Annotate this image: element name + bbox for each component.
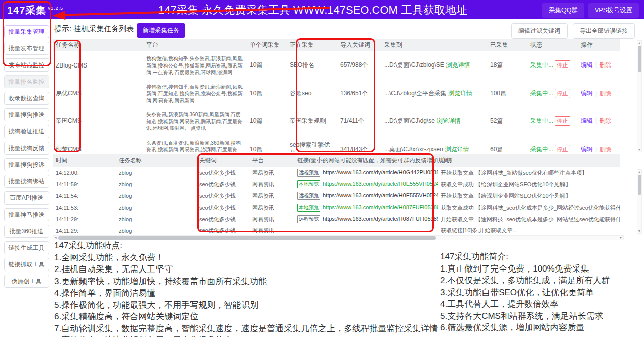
list-title: 147采集功能特点: [54, 240, 442, 252]
article-url-link[interactable]: https://www.163.com/dy/article/H0E555VH0… [323, 192, 438, 198]
log-platform: 网易资讯 [249, 190, 294, 201]
sidebar-item[interactable]: 批量搜狗反馈 [4, 142, 49, 155]
list-item: 4.工具代替人工，提升数倍效率 [440, 298, 641, 310]
sidebar-item[interactable]: 批量搜狗投诉 [4, 158, 49, 171]
log-task-name: zblog [116, 190, 196, 201]
save-path: ...D:\桌面\CJ\zblog\SE浏览详情 [381, 51, 487, 79]
imported-keywords-count: 136/651个 [337, 79, 381, 107]
task-platforms: 头条资讯,百度资讯,新浪新闻,360新闻,搜狗资讯,搜狐新闻,网易资讯,澎湃网,… [143, 135, 247, 153]
log-detail: 获取文章成功 【途网科技_seo优化成本是多少_网站经过seo优化能获得什么_】 [438, 201, 620, 213]
sidebar-item[interactable]: 搜狗验证推送 [4, 125, 49, 138]
list-item: 5.支持各大CMS和站群系统，满足站长需求 [440, 310, 641, 322]
log-time: 14:11:29: [53, 225, 116, 234]
ops-cell: 编辑|删除 [578, 79, 620, 107]
new-task-button[interactable]: 新增采集任务 [137, 23, 185, 38]
log-platform: 网易资讯 [249, 167, 294, 178]
task-row: ZBlog-CMS搜狗微信,搜狗知乎,头条资讯,新浪新闻,凤凰新闻,搜狗公众号,… [53, 51, 620, 79]
log-keyword: seo优化多少钱 [196, 190, 249, 201]
log-platform: 网易资讯 [249, 178, 294, 190]
column-header: 状态 [527, 39, 578, 51]
task-platforms: 搜狗微信,搜狗知乎,百度资讯,新浪新闻,凤凰新闻,百度知道,搜狗资讯,搜狗公众号… [143, 79, 247, 107]
article-url-link[interactable]: https://www.163.com/dy/article/H0E555VH0… [323, 181, 438, 187]
list-item: 4.操作简单，界面简洁易懂 [54, 287, 442, 299]
log-table: 时间任务名称关键词平台链接(量小的网站可能没有匹配，如需要可群内反馈增加规则)详… [53, 154, 620, 234]
collecting-keyword: 帝国采集规则 [287, 107, 337, 135]
log-row: 14:11:54:zblogseo优化多少钱网易资讯远程预览https://ww… [53, 190, 620, 201]
list-item: 8.高效稳定，快速分解任务量，最大化提升效率。 [54, 334, 442, 337]
collecting-keyword: seo搜索引擎优化 [287, 135, 337, 153]
log-keyword: seo优化多少钱 [196, 201, 249, 213]
log-row: 14:11:59:zblogseo优化多少钱网易资讯本地预览https://ww… [53, 178, 620, 190]
stop-button[interactable]: 停止 [555, 89, 570, 98]
qq-group-button[interactable]: 采集QQ群 [542, 3, 584, 18]
list-item: 1.全网采集功能，永久免费！ [54, 252, 442, 264]
preview-badge[interactable]: 远程预览 [297, 169, 320, 177]
edit-link[interactable]: 编辑 [581, 90, 593, 97]
column-header: 采集到 [381, 39, 487, 51]
column-header: 正在采集 [287, 39, 337, 51]
sidebar-item[interactable]: 批量神马推送 [4, 208, 49, 221]
logo-text: 147采集 [7, 5, 46, 16]
edit-link[interactable]: 编辑 [581, 117, 593, 124]
vps-dial-settings-button[interactable]: VPS拨号设置 [588, 3, 639, 18]
delete-link[interactable]: 删除 [599, 61, 611, 69]
sidebar-item[interactable]: 批量采集管理 [4, 25, 49, 38]
task-name: 易优CMS [53, 79, 143, 107]
edit-filter-keywords-button[interactable]: 编辑过滤关键词 [511, 23, 568, 39]
sidebar-item[interactable]: 百度API推送 [4, 191, 49, 205]
ops-divider: | [595, 90, 597, 97]
log-task-name: zblog [116, 178, 196, 190]
preview-badge[interactable]: 本地预览 [297, 204, 320, 212]
browse-details-link[interactable]: 浏览详情 [437, 117, 461, 124]
delete-link[interactable]: 删除 [599, 117, 611, 124]
sidebar-item[interactable]: 链接生成工具 [4, 241, 49, 254]
collecting-keyword: SEO排名 [287, 51, 337, 79]
task-row: 帝国CMS头条资讯,新浪新闻,360新闻,凤凰新闻,百度知道,搜狐新闻,网易资讯… [53, 107, 620, 135]
browse-details-link[interactable]: 浏览详情 [448, 90, 472, 97]
log-row: 14:11:29:zblogseo优化多少钱网易资讯远程预览https://ww… [53, 213, 620, 225]
article-url-link[interactable]: https://www.163.com/dy/article/H087FUFI0… [323, 204, 438, 210]
ops-cell: 编辑|删除 [578, 107, 620, 135]
version-label: v1.2.5 [48, 6, 63, 11]
stop-button[interactable]: 停止 [555, 60, 570, 70]
article-url-link[interactable]: https://www.163.com/dy/article/H087FUFI0… [323, 216, 438, 222]
preview-badge[interactable]: 远程预览 [297, 192, 320, 200]
browse-details-link[interactable]: 浏览详情 [446, 61, 470, 69]
edit-link[interactable]: 编辑 [581, 146, 593, 152]
sidebar-item[interactable]: 收录数据查询 [4, 92, 49, 105]
log-platform: 网易资讯 [249, 225, 294, 234]
sidebar-item[interactable]: 链接抓取工具 [4, 258, 49, 271]
browse-details-link[interactable]: 浏览详情 [445, 146, 469, 152]
task-name: 织梦CMS [53, 135, 143, 153]
task-name: ZBlog-CMS [53, 51, 143, 79]
delete-link[interactable]: 删除 [599, 90, 611, 97]
stop-button[interactable]: 停止 [555, 145, 570, 152]
sidebar-item[interactable]: 批量搜狗推送 [4, 108, 49, 121]
list-item: 2.不仅仅是采集，多功能集成，满足所有人群 [440, 275, 641, 287]
task-table-scrollbar[interactable]: ▲ ▼ [637, 40, 642, 152]
sidebar-item[interactable]: 批量360推送 [4, 225, 49, 238]
status-running-label: 采集中... [530, 146, 553, 152]
log-table-scrollbar[interactable]: ▲ ▼ [637, 169, 642, 234]
sidebar-item[interactable]: 伪原创工具 [4, 275, 49, 288]
sidebar-item[interactable]: 批量发布管理 [4, 42, 49, 55]
export-error-links-button[interactable]: 导出全部错误链接 [573, 23, 635, 39]
app-window: 147采集v1.2.5 147采集 永久免费采集工具 WWW.147SEO.CO… [0, 0, 644, 337]
sidebar-item[interactable]: 发布站点监控 [4, 58, 49, 72]
stop-button[interactable]: 停止 [555, 116, 570, 126]
sidebar: 批量采集管理批量发布管理发布站点监控批量排名监控收录数据查询批量搜狗推送搜狗验证… [0, 19, 53, 337]
log-row: 14:11:53:zblogseo优化多少钱网易资讯本地预览https://ww… [53, 201, 620, 213]
edit-link[interactable]: 编辑 [581, 61, 593, 69]
delete-link[interactable]: 删除 [599, 146, 611, 152]
sidebar-item[interactable]: 批量搜狗绑站 [4, 175, 49, 188]
column-header: 平台 [143, 39, 247, 51]
column-header: 操作 [578, 39, 620, 51]
preview-badge[interactable]: 本地预览 [297, 180, 320, 188]
page-title: 147采集 永久免费采集工具 WWW.147SEO.COM 工具获取地址 [158, 3, 467, 18]
column-header: 详情 [438, 154, 620, 167]
log-link-cell: 远程预览https://www.163.com/dy/article/H087F… [294, 213, 438, 225]
per-word-count: 10篇 [247, 51, 287, 79]
article-url-link[interactable]: https://www.163.com/dy/article/H0G442PU0… [323, 169, 438, 175]
task-table-header: 任务名称平台单个词采集正在采集导入关键词采集到已采集状态操作 [53, 39, 620, 51]
preview-badge[interactable]: 远程预览 [297, 215, 320, 223]
